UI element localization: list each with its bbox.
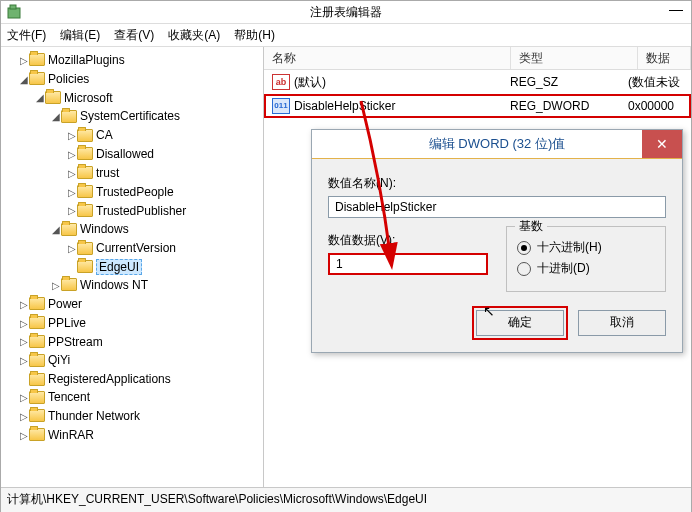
table-row[interactable]: ab(默认)REG_SZ(数值未设: [264, 70, 691, 94]
chevron-down-icon[interactable]: ◢: [35, 89, 45, 107]
chevron-right-icon[interactable]: ▷: [19, 296, 29, 314]
folder-icon: [61, 223, 77, 236]
value-type: REG_SZ: [502, 75, 620, 89]
folder-icon: [77, 185, 93, 198]
menu-edit[interactable]: 编辑(E): [60, 27, 100, 44]
title-bar[interactable]: 注册表编辑器 —: [1, 1, 691, 24]
tree-item[interactable]: ▷PPStream: [19, 333, 261, 352]
tree-item[interactable]: ▷MozillaPlugins: [19, 51, 261, 70]
chevron-right-icon[interactable]: ▷: [67, 202, 77, 220]
tree-item[interactable]: ▷CA: [67, 126, 261, 145]
tree-item[interactable]: ◢Policies◢Microsoft◢SystemCertificates▷C…: [19, 70, 261, 295]
minimize-button[interactable]: —: [669, 1, 683, 17]
chevron-right-icon[interactable]: ▷: [19, 389, 29, 407]
close-icon[interactable]: ✕: [642, 130, 682, 158]
folder-icon: [29, 391, 45, 404]
tree-item[interactable]: ▷WinRAR: [19, 426, 261, 445]
list-header: 名称 类型 数据: [264, 47, 691, 70]
tree-label: Power: [48, 297, 82, 311]
base-legend: 基数: [515, 218, 547, 235]
menu-favorites[interactable]: 收藏夹(A): [168, 27, 220, 44]
cancel-button[interactable]: 取消: [578, 310, 666, 336]
value-data: (数值未设: [620, 74, 689, 91]
col-data[interactable]: 数据: [638, 47, 691, 69]
tree-item[interactable]: ▷Tencent: [19, 388, 261, 407]
chevron-right-icon[interactable]: ▷: [67, 146, 77, 164]
tree-item[interactable]: ▷CurrentVersion: [67, 239, 261, 258]
base-group: 基数 十六进制(H) 十进制(D): [506, 226, 666, 292]
chevron-right-icon[interactable]: ▷: [19, 427, 29, 445]
tree-label: CurrentVersion: [96, 241, 176, 255]
regedit-window: 注册表编辑器 — 文件(F) 编辑(E) 查看(V) 收藏夹(A) 帮助(H) …: [0, 0, 692, 512]
tree-item[interactable]: ▷Thunder Network: [19, 407, 261, 426]
tree-item[interactable]: ▷Power: [19, 295, 261, 314]
tree-label: Disallowed: [96, 147, 154, 161]
folder-icon: [29, 72, 45, 85]
menu-file[interactable]: 文件(F): [7, 27, 46, 44]
chevron-down-icon[interactable]: ◢: [19, 71, 29, 89]
value-type: REG_DWORD: [502, 99, 620, 113]
status-bar: 计算机\HKEY_CURRENT_USER\Software\Policies\…: [1, 487, 691, 512]
tree-label: MozillaPlugins: [48, 53, 125, 67]
chevron-right-icon[interactable]: ▷: [19, 408, 29, 426]
tree-item[interactable]: ▷trust: [67, 164, 261, 183]
chevron-right-icon[interactable]: ▷: [19, 315, 29, 333]
folder-icon: [77, 147, 93, 160]
value-name-input[interactable]: [328, 196, 666, 218]
chevron-right-icon[interactable]: ▷: [19, 333, 29, 351]
tree-item[interactable]: ▷TrustedPublisher: [67, 202, 261, 221]
folder-icon: [29, 354, 45, 367]
dialog-title-bar[interactable]: 编辑 DWORD (32 位)值 ✕: [312, 130, 682, 159]
table-row[interactable]: 011DisableHelpStickerREG_DWORD0x00000: [264, 94, 691, 118]
tree-item[interactable]: ▷Disallowed: [67, 145, 261, 164]
tree-item[interactable]: EdgeUI: [67, 258, 261, 276]
dialog-body: 数值名称(N): 数值数据(V): 基数 十六进制(H): [312, 159, 682, 352]
dword-value-icon: 011: [272, 98, 290, 114]
chevron-right-icon[interactable]: ▷: [67, 165, 77, 183]
tree-item[interactable]: ▷Windows NT: [51, 276, 261, 295]
chevron-right-icon[interactable]: ▷: [51, 277, 61, 295]
chevron-down-icon[interactable]: ◢: [51, 108, 61, 126]
menu-help[interactable]: 帮助(H): [234, 27, 275, 44]
tree-item[interactable]: ◢Microsoft◢SystemCertificates▷CA▷Disallo…: [35, 89, 261, 295]
tree-item[interactable]: RegisteredApplications: [19, 370, 261, 388]
tree-label: trust: [96, 166, 119, 180]
tree-label: TrustedPublisher: [96, 204, 186, 218]
tree-item[interactable]: ▷QiYi: [19, 351, 261, 370]
tree-label: WinRAR: [48, 428, 94, 442]
tree-item[interactable]: ▷TrustedPeople: [67, 183, 261, 202]
menu-view[interactable]: 查看(V): [114, 27, 154, 44]
menu-bar: 文件(F) 编辑(E) 查看(V) 收藏夹(A) 帮助(H): [1, 24, 691, 47]
chevron-right-icon[interactable]: ▷: [67, 184, 77, 202]
value-data: 0x00000: [620, 99, 689, 113]
folder-icon: [77, 204, 93, 217]
tree-label: TrustedPeople: [96, 185, 174, 199]
radio-dec[interactable]: 十进制(D): [517, 260, 655, 277]
tree-item[interactable]: ◢Windows▷CurrentVersionEdgeUI: [51, 220, 261, 276]
folder-icon: [77, 242, 93, 255]
chevron-right-icon[interactable]: ▷: [19, 52, 29, 70]
tree-item[interactable]: ◢SystemCertificates▷CA▷Disallowed▷trust▷…: [51, 107, 261, 220]
app-icon: [7, 4, 23, 20]
tree-label: Thunder Network: [48, 409, 140, 423]
chevron-right-icon[interactable]: ▷: [67, 240, 77, 258]
chevron-right-icon[interactable]: ▷: [67, 127, 77, 145]
folder-icon: [29, 335, 45, 348]
chevron-right-icon[interactable]: ▷: [19, 352, 29, 370]
radio-dot-icon: [517, 262, 531, 276]
svg-rect-1: [10, 5, 16, 9]
folder-icon: [29, 428, 45, 441]
cursor-icon: ↖: [483, 303, 495, 319]
col-type[interactable]: 类型: [511, 47, 638, 69]
chevron-down-icon[interactable]: ◢: [51, 221, 61, 239]
tree-item[interactable]: ▷PPLive: [19, 314, 261, 333]
folder-icon: [61, 110, 77, 123]
radio-hex[interactable]: 十六进制(H): [517, 239, 655, 256]
radio-hex-label: 十六进制(H): [537, 239, 602, 256]
edit-dword-dialog: 编辑 DWORD (32 位)值 ✕ 数值名称(N): 数值数据(V): 基数 …: [311, 129, 683, 353]
value-data-input[interactable]: [328, 253, 488, 275]
value-name: (默认): [294, 74, 326, 91]
value-data-label: 数值数据(V):: [328, 232, 488, 249]
tree-pane[interactable]: ▷MozillaPlugins◢Policies◢Microsoft◢Syste…: [1, 47, 264, 487]
col-name[interactable]: 名称: [264, 47, 511, 69]
